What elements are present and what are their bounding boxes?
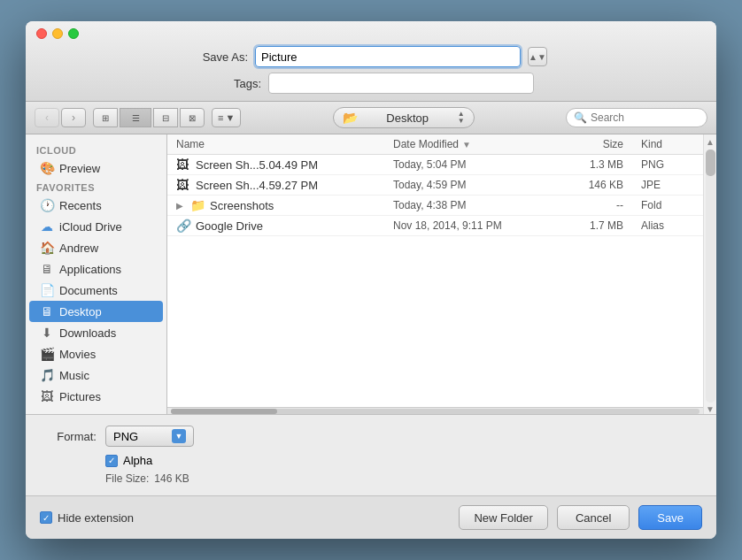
date-col-label: Date Modified <box>393 138 459 150</box>
size-col-label: Size <box>603 138 623 150</box>
file-size-label: File Size: <box>105 472 149 485</box>
file-name-cell: 🖼 Screen Sh...5.04.49 PM <box>167 157 384 172</box>
expand-arrow[interactable]: ▶ <box>176 201 183 211</box>
tags-label: Tags: <box>208 77 261 90</box>
file-size: 1.7 MB <box>561 219 632 232</box>
tags-row: Tags: <box>36 73 706 94</box>
scroll-thumb-vertical[interactable] <box>706 150 715 176</box>
preview-icon: 🎨 <box>40 161 54 175</box>
search-box[interactable]: 🔍 <box>566 108 707 127</box>
view-flow-button[interactable]: ⊠ <box>180 108 205 127</box>
file-date: Today, 4:38 PM <box>384 199 561 211</box>
scroll-down-arrow[interactable]: ▼ <box>706 405 715 414</box>
arrange-button[interactable]: ≡ ▼ <box>212 108 241 127</box>
file-row-0[interactable]: 🖼 Screen Sh...5.04.49 PM Today, 5:04 PM … <box>167 155 703 175</box>
file-size-row: File Size: 146 KB <box>105 472 699 485</box>
sidebar-item-movies[interactable]: 🎬 Movies <box>29 343 163 364</box>
nav-buttons: ‹ › <box>35 108 86 127</box>
save-dialog: Save As: ▲▼ Tags: ‹ › ⊞ ☰ ⊟ ⊠ ≡ ▼ 📂 Desk… <box>26 21 716 539</box>
sidebar-item-label: Recents <box>59 199 102 212</box>
format-row: Format: PNG ▼ <box>43 426 699 447</box>
search-input[interactable] <box>591 111 699 124</box>
file-name: Screenshots <box>210 199 274 212</box>
sidebar-item-label: iCloud Drive <box>59 220 122 234</box>
scroll-track[interactable] <box>171 409 699 414</box>
sidebar-item-label: Documents <box>59 284 118 297</box>
icloud-section-label: iCloud <box>26 142 166 157</box>
file-row-3[interactable]: 🔗 Google Drive Nov 18, 2014, 9:11 PM 1.7… <box>167 216 703 236</box>
file-row-1[interactable]: 🖼 Screen Sh...4.59.27 PM Today, 4:59 PM … <box>167 175 703 196</box>
file-date: Today, 5:04 PM <box>384 158 561 171</box>
sidebar-item-documents[interactable]: 📄 Documents <box>29 280 163 301</box>
file-row-2[interactable]: ▶ 📁 Screenshots Today, 4:38 PM -- Fold <box>167 196 703 216</box>
scroll-track-vertical[interactable] <box>706 150 715 403</box>
save-button[interactable]: Save <box>638 505 702 530</box>
file-icon: 🔗 <box>176 219 190 233</box>
view-icons-button[interactable]: ⊞ <box>93 108 118 127</box>
file-list: 🖼 Screen Sh...5.04.49 PM Today, 5:04 PM … <box>167 155 703 407</box>
scroll-thumb[interactable] <box>171 409 277 414</box>
music-icon: 🎵 <box>40 368 54 382</box>
name-col-label: Name <box>176 138 205 150</box>
icloud-icon: ☁ <box>40 219 54 234</box>
sidebar-item-label: Desktop <box>59 305 102 318</box>
view-buttons: ⊞ ☰ ⊟ ⊠ <box>93 108 205 127</box>
arrange-arrow: ▼ <box>225 112 235 123</box>
pictures-icon: 🖼 <box>40 389 54 403</box>
scroll-up-arrow[interactable]: ▲ <box>706 138 715 147</box>
back-button[interactable]: ‹ <box>35 108 59 127</box>
toolbar: ‹ › ⊞ ☰ ⊟ ⊠ ≡ ▼ 📂 Desktop ▲ ▼ 🔍 <box>26 102 716 134</box>
file-name: Google Drive <box>196 219 263 233</box>
file-name-cell: 🔗 Google Drive <box>167 219 384 233</box>
sidebar-item-label: Applications <box>59 263 121 276</box>
view-list-button[interactable]: ☰ <box>120 108 151 127</box>
sidebar-item-label: Downloads <box>59 326 116 340</box>
sidebar-item-andrew[interactable]: 🏠 Andrew <box>29 237 163 258</box>
file-kind: Alias <box>632 219 703 232</box>
close-button[interactable] <box>36 28 47 39</box>
maximize-button[interactable] <box>68 28 79 39</box>
alpha-checkbox[interactable]: ✓ <box>105 455 118 467</box>
expand-button[interactable]: ▲▼ <box>528 47 547 66</box>
cancel-button[interactable]: Cancel <box>557 505 630 530</box>
documents-icon: 📄 <box>40 283 54 297</box>
file-name-cell: ▶ 📁 Screenshots <box>167 198 384 212</box>
kind-col-label: Kind <box>641 138 662 150</box>
col-size-header[interactable]: Size <box>561 138 632 150</box>
file-size: -- <box>561 199 632 211</box>
file-size: 1.3 MB <box>561 158 632 171</box>
file-name-cell: 🖼 Screen Sh...4.59.27 PM <box>167 178 384 192</box>
sidebar-item-desktop[interactable]: 🖥 Desktop <box>29 301 163 322</box>
applications-icon: 🖥 <box>40 262 54 276</box>
file-kind: JPE <box>632 179 703 191</box>
sidebar-item-label: Movies <box>59 348 96 361</box>
save-as-input[interactable] <box>255 46 521 67</box>
location-icon: 📂 <box>343 111 358 125</box>
forward-button[interactable]: › <box>61 108 86 127</box>
file-date: Today, 4:59 PM <box>384 179 561 191</box>
sidebar-item-recents[interactable]: 🕐 Recents <box>29 195 163 216</box>
sidebar-item-pictures[interactable]: 🖼 Pictures <box>29 386 163 407</box>
new-folder-button[interactable]: New Folder <box>459 505 547 530</box>
sidebar-item-icloud-drive[interactable]: ☁ iCloud Drive <box>29 216 163 237</box>
sidebar-item-music[interactable]: 🎵 Music <box>29 364 163 386</box>
format-label: Format: <box>43 430 97 443</box>
hide-extension-checkbox[interactable]: ✓ <box>40 511 52 524</box>
sidebar-item-preview[interactable]: 🎨 Preview <box>29 157 163 179</box>
format-select[interactable]: PNG ▼ <box>105 426 194 447</box>
search-icon: 🔍 <box>574 111 587 124</box>
col-name-header[interactable]: Name <box>167 138 384 150</box>
minimize-button[interactable] <box>52 28 63 39</box>
file-kind: PNG <box>632 158 703 171</box>
downloads-icon: ⬇ <box>40 326 54 340</box>
sidebar-item-applications[interactable]: 🖥 Applications <box>29 258 163 280</box>
col-date-header[interactable]: Date Modified ▼ <box>384 138 561 150</box>
view-columns-button[interactable]: ⊟ <box>153 108 178 127</box>
col-kind-header[interactable]: Kind <box>632 138 703 150</box>
location-select[interactable]: 📂 Desktop ▲ ▼ <box>333 107 475 128</box>
tags-input[interactable] <box>268 73 534 94</box>
sidebar: iCloud 🎨 Preview Favorites 🕐 Recents ☁ i… <box>26 134 167 414</box>
sidebar-item-downloads[interactable]: ⬇ Downloads <box>29 322 163 343</box>
alpha-row: ✓ Alpha <box>105 454 699 467</box>
footer: ✓ Hide extension New Folder Cancel Save <box>26 495 716 539</box>
